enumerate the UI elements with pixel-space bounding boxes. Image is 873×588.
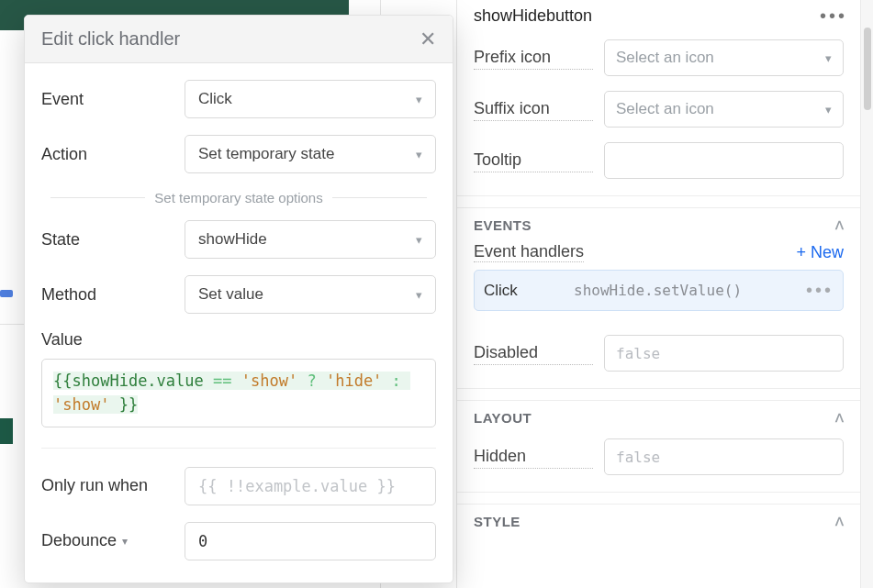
state-value: showHide <box>198 230 267 249</box>
handler-event: Click <box>484 282 557 300</box>
chevron-up-icon: ᐱ <box>835 515 845 528</box>
row-hidden: Hidden false <box>457 431 860 483</box>
row-prefix-icon: Prefix icon Select an icon ▾ <box>457 32 860 83</box>
only-run-placeholder: {{ !!example.value }} <box>198 477 396 495</box>
handler-item[interactable]: Click showHide.setValue() ••• <box>474 270 844 311</box>
bg-green-cell <box>0 418 13 444</box>
chevron-down-icon: ▾ <box>416 148 422 161</box>
edit-handler-modal: Edit click handler ✕ Event Click ▾ Actio… <box>24 15 453 583</box>
handler-call: showHide.setValue() <box>574 282 789 299</box>
section-divider <box>457 492 860 505</box>
disabled-label: Disabled <box>474 341 593 365</box>
horizontal-divider <box>41 448 436 449</box>
section-header-style[interactable]: STYLE ᐱ <box>457 505 860 535</box>
scrollbar[interactable] <box>860 0 873 588</box>
row-disabled: Disabled false <box>457 327 860 379</box>
chevron-down-icon: ▾ <box>825 103 832 116</box>
row-only-run-when: Only run when {{ !!example.value }} <box>41 467 436 505</box>
event-select[interactable]: Click ▾ <box>185 80 436 118</box>
action-value: Set temporary state <box>198 145 334 163</box>
section-header-events[interactable]: EVENTS ᐱ <box>457 208 860 239</box>
only-run-input[interactable]: {{ !!example.value }} <box>185 467 436 505</box>
chevron-up-icon: ᐱ <box>835 411 845 425</box>
suffix-icon-label: Suffix icon <box>474 97 593 121</box>
more-icon[interactable]: ••• <box>820 6 847 27</box>
debounce-label: Debounce ▾ <box>41 531 170 550</box>
chevron-down-icon: ▾ <box>416 288 422 302</box>
tooltip-input[interactable] <box>604 142 844 179</box>
prefix-icon-label: Prefix icon <box>474 46 593 70</box>
component-name: showHidebutton <box>474 6 592 26</box>
state-select[interactable]: showHide ▾ <box>185 220 436 259</box>
scrollbar-thumb[interactable] <box>864 28 871 110</box>
value-code-editor[interactable]: {{showHide.value == 'show' ? 'hide' : 's… <box>41 359 436 427</box>
section-divider <box>457 195 860 208</box>
row-debounce: Debounce ▾ 0 <box>41 522 436 560</box>
row-tooltip: Tooltip <box>457 135 860 186</box>
new-handler-button[interactable]: + New <box>796 243 844 262</box>
method-value: Set value <box>198 285 263 304</box>
hidden-placeholder: false <box>616 449 660 466</box>
method-select[interactable]: Set value ▾ <box>185 275 436 314</box>
chevron-down-icon: ▾ <box>825 51 832 65</box>
prefix-icon-placeholder: Select an icon <box>616 49 714 67</box>
method-label: Method <box>41 285 170 305</box>
debounce-value: 0 <box>198 532 207 550</box>
action-label: Action <box>41 145 170 164</box>
only-run-label: Only run when <box>41 476 170 495</box>
debounce-input[interactable]: 0 <box>185 522 436 560</box>
row-suffix-icon: Suffix icon Select an icon ▾ <box>457 83 860 135</box>
action-select[interactable]: Set temporary state ▾ <box>185 135 436 173</box>
debounce-label-text: Debounce <box>41 531 117 550</box>
section-title-events: EVENTS <box>474 217 532 233</box>
options-divider: Set temporary state options <box>41 190 436 205</box>
value-label: Value <box>41 330 436 349</box>
inspector-panel: showHidebutton ••• Prefix icon Select an… <box>456 0 860 588</box>
close-icon[interactable]: ✕ <box>420 29 436 50</box>
chevron-down-icon[interactable]: ▾ <box>122 535 128 548</box>
suffix-icon-placeholder: Select an icon <box>616 100 714 118</box>
row-action: Action Set temporary state ▾ <box>41 135 436 173</box>
row-event: Event Click ▾ <box>41 80 436 118</box>
event-handlers-row: Event handlers + New <box>457 239 860 270</box>
more-icon[interactable]: ••• <box>806 280 834 301</box>
bg-selected-row-indicator <box>0 290 13 297</box>
disabled-input[interactable]: false <box>604 335 844 372</box>
event-handlers-label: Event handlers <box>474 242 584 262</box>
section-header-layout[interactable]: LAYOUT ᐱ <box>457 401 860 431</box>
hidden-input[interactable]: false <box>604 438 844 475</box>
chevron-down-icon: ▾ <box>416 233 422 247</box>
event-label: Event <box>41 90 170 109</box>
chevron-up-icon: ᐱ <box>835 218 845 232</box>
state-label: State <box>41 230 170 250</box>
prefix-icon-select[interactable]: Select an icon ▾ <box>604 39 844 76</box>
section-title-style: STYLE <box>474 514 520 529</box>
hidden-label: Hidden <box>474 445 593 469</box>
row-method: Method Set value ▾ <box>41 275 436 314</box>
modal-header: Edit click handler ✕ <box>25 16 453 63</box>
tooltip-label: Tooltip <box>474 149 593 172</box>
section-divider <box>457 388 860 401</box>
chevron-down-icon: ▾ <box>416 93 422 106</box>
event-value: Click <box>198 90 232 108</box>
row-state: State showHide ▾ <box>41 220 436 259</box>
suffix-icon-select[interactable]: Select an icon ▾ <box>604 91 844 128</box>
section-title-layout: LAYOUT <box>474 410 532 426</box>
modal-title: Edit click handler <box>41 28 180 50</box>
disabled-placeholder: false <box>616 345 660 362</box>
